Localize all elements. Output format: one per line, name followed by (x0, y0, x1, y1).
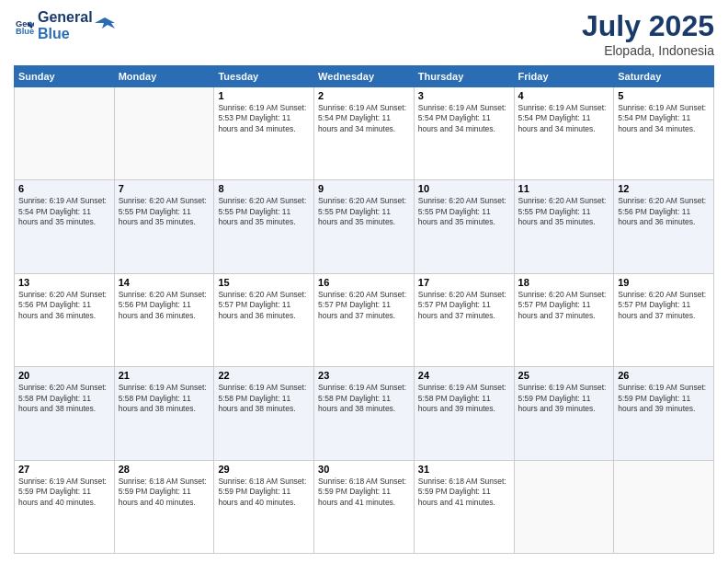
calendar-day-cell: 19Sunrise: 6:20 AM Sunset: 5:57 PM Dayli… (614, 273, 714, 366)
day-number: 18 (518, 277, 610, 288)
calendar-week-row: 13Sunrise: 6:20 AM Sunset: 5:56 PM Dayli… (15, 273, 714, 366)
day-info: Sunrise: 6:20 AM Sunset: 5:57 PM Dayligh… (518, 290, 610, 321)
calendar-day-cell: 22Sunrise: 6:19 AM Sunset: 5:58 PM Dayli… (214, 367, 314, 460)
calendar-day-cell: 12Sunrise: 6:20 AM Sunset: 5:56 PM Dayli… (614, 180, 714, 273)
calendar-day-cell: 30Sunrise: 6:18 AM Sunset: 5:59 PM Dayli… (314, 460, 415, 553)
day-info: Sunrise: 6:20 AM Sunset: 5:57 PM Dayligh… (418, 290, 510, 321)
calendar-day-cell: 16Sunrise: 6:20 AM Sunset: 5:57 PM Dayli… (314, 273, 415, 366)
calendar-day-cell: 4Sunrise: 6:19 AM Sunset: 5:54 PM Daylig… (514, 87, 614, 180)
calendar-body: 1Sunrise: 6:19 AM Sunset: 5:53 PM Daylig… (15, 87, 714, 554)
calendar-day-cell (514, 460, 614, 553)
main-title: July 2025 (582, 9, 714, 43)
day-number: 26 (618, 370, 710, 381)
day-number: 27 (18, 464, 110, 475)
weekday-header-cell: Thursday (414, 66, 514, 87)
weekday-header-cell: Friday (514, 66, 614, 87)
calendar-day-cell: 5Sunrise: 6:19 AM Sunset: 5:54 PM Daylig… (614, 87, 714, 180)
weekday-header-cell: Monday (114, 66, 214, 87)
day-info: Sunrise: 6:20 AM Sunset: 5:55 PM Dayligh… (218, 196, 310, 227)
weekday-header-cell: Wednesday (314, 66, 415, 87)
calendar-week-row: 1Sunrise: 6:19 AM Sunset: 5:53 PM Daylig… (15, 87, 714, 180)
calendar-day-cell: 13Sunrise: 6:20 AM Sunset: 5:56 PM Dayli… (15, 273, 115, 366)
day-info: Sunrise: 6:19 AM Sunset: 5:58 PM Dayligh… (318, 383, 410, 414)
day-number: 5 (618, 90, 710, 101)
day-number: 25 (518, 370, 610, 381)
day-info: Sunrise: 6:19 AM Sunset: 5:59 PM Dayligh… (18, 477, 110, 508)
day-number: 21 (119, 370, 210, 381)
day-info: Sunrise: 6:19 AM Sunset: 5:54 PM Dayligh… (518, 103, 610, 134)
day-info: Sunrise: 6:18 AM Sunset: 5:59 PM Dayligh… (318, 477, 410, 508)
day-info: Sunrise: 6:20 AM Sunset: 5:56 PM Dayligh… (618, 196, 710, 227)
day-info: Sunrise: 6:20 AM Sunset: 5:56 PM Dayligh… (119, 290, 210, 321)
calendar-day-cell (15, 87, 115, 180)
day-number: 31 (418, 464, 510, 475)
day-info: Sunrise: 6:19 AM Sunset: 5:54 PM Dayligh… (318, 103, 410, 134)
calendar-day-cell: 17Sunrise: 6:20 AM Sunset: 5:57 PM Dayli… (414, 273, 514, 366)
day-info: Sunrise: 6:18 AM Sunset: 5:59 PM Dayligh… (418, 477, 510, 508)
day-info: Sunrise: 6:20 AM Sunset: 5:57 PM Dayligh… (218, 290, 310, 321)
day-info: Sunrise: 6:20 AM Sunset: 5:57 PM Dayligh… (618, 290, 710, 321)
calendar-day-cell: 8Sunrise: 6:20 AM Sunset: 5:55 PM Daylig… (214, 180, 314, 273)
calendar-week-row: 27Sunrise: 6:19 AM Sunset: 5:59 PM Dayli… (15, 460, 714, 553)
calendar-day-cell: 27Sunrise: 6:19 AM Sunset: 5:59 PM Dayli… (15, 460, 115, 553)
day-info: Sunrise: 6:20 AM Sunset: 5:56 PM Dayligh… (18, 290, 110, 321)
day-info: Sunrise: 6:19 AM Sunset: 5:53 PM Dayligh… (218, 103, 310, 134)
calendar-day-cell: 21Sunrise: 6:19 AM Sunset: 5:58 PM Dayli… (114, 367, 214, 460)
calendar-day-cell (614, 460, 714, 553)
calendar-day-cell: 31Sunrise: 6:18 AM Sunset: 5:59 PM Dayli… (414, 460, 514, 553)
calendar-day-cell: 9Sunrise: 6:20 AM Sunset: 5:55 PM Daylig… (314, 180, 415, 273)
logo-bird-icon (95, 14, 115, 34)
day-number: 3 (418, 90, 510, 101)
day-info: Sunrise: 6:19 AM Sunset: 5:54 PM Dayligh… (418, 103, 510, 134)
day-number: 16 (318, 277, 410, 288)
day-number: 14 (119, 277, 210, 288)
weekday-header-cell: Sunday (15, 66, 115, 87)
header: General Blue General Blue July 2025 Elop… (14, 9, 714, 58)
logo-blue: Blue (38, 26, 93, 42)
calendar-day-cell: 25Sunrise: 6:19 AM Sunset: 5:59 PM Dayli… (514, 367, 614, 460)
day-number: 29 (218, 464, 310, 475)
calendar-day-cell: 10Sunrise: 6:20 AM Sunset: 5:55 PM Dayli… (414, 180, 514, 273)
calendar-day-cell: 6Sunrise: 6:19 AM Sunset: 5:54 PM Daylig… (15, 180, 115, 273)
day-info: Sunrise: 6:20 AM Sunset: 5:55 PM Dayligh… (318, 196, 410, 227)
day-number: 23 (318, 370, 410, 381)
day-number: 4 (518, 90, 610, 101)
calendar-day-cell: 23Sunrise: 6:19 AM Sunset: 5:58 PM Dayli… (314, 367, 415, 460)
day-info: Sunrise: 6:19 AM Sunset: 5:58 PM Dayligh… (418, 383, 510, 414)
day-number: 6 (18, 183, 110, 194)
day-info: Sunrise: 6:19 AM Sunset: 5:58 PM Dayligh… (218, 383, 310, 414)
page: General Blue General Blue July 2025 Elop… (0, 0, 728, 563)
logo-general: General (38, 9, 93, 26)
calendar-table: SundayMondayTuesdayWednesdayThursdayFrid… (14, 65, 714, 554)
day-number: 15 (218, 277, 310, 288)
title-block: July 2025 Elopada, Indonesia (582, 9, 714, 58)
day-number: 8 (218, 183, 310, 194)
day-info: Sunrise: 6:20 AM Sunset: 5:55 PM Dayligh… (518, 196, 610, 227)
day-number: 7 (119, 183, 210, 194)
calendar-day-cell: 28Sunrise: 6:18 AM Sunset: 5:59 PM Dayli… (114, 460, 214, 553)
day-info: Sunrise: 6:19 AM Sunset: 5:59 PM Dayligh… (518, 383, 610, 414)
calendar-day-cell: 24Sunrise: 6:19 AM Sunset: 5:58 PM Dayli… (414, 367, 514, 460)
weekday-header-cell: Saturday (614, 66, 714, 87)
day-info: Sunrise: 6:19 AM Sunset: 5:54 PM Dayligh… (618, 103, 710, 134)
day-number: 13 (18, 277, 110, 288)
calendar-day-cell: 2Sunrise: 6:19 AM Sunset: 5:54 PM Daylig… (314, 87, 415, 180)
day-info: Sunrise: 6:18 AM Sunset: 5:59 PM Dayligh… (119, 477, 210, 508)
calendar-day-cell: 26Sunrise: 6:19 AM Sunset: 5:59 PM Dayli… (614, 367, 714, 460)
day-number: 20 (18, 370, 110, 381)
calendar-day-cell: 7Sunrise: 6:20 AM Sunset: 5:55 PM Daylig… (114, 180, 214, 273)
day-info: Sunrise: 6:20 AM Sunset: 5:58 PM Dayligh… (18, 383, 110, 414)
weekday-header-row: SundayMondayTuesdayWednesdayThursdayFrid… (15, 66, 714, 87)
calendar-day-cell: 15Sunrise: 6:20 AM Sunset: 5:57 PM Dayli… (214, 273, 314, 366)
day-number: 19 (618, 277, 710, 288)
subtitle: Elopada, Indonesia (582, 43, 714, 58)
day-info: Sunrise: 6:20 AM Sunset: 5:55 PM Dayligh… (418, 196, 510, 227)
day-number: 2 (318, 90, 410, 101)
svg-marker-4 (95, 17, 115, 29)
calendar-day-cell (114, 87, 214, 180)
logo: General Blue General Blue (14, 9, 115, 41)
day-info: Sunrise: 6:20 AM Sunset: 5:55 PM Dayligh… (119, 196, 210, 227)
day-info: Sunrise: 6:19 AM Sunset: 5:54 PM Dayligh… (18, 196, 110, 227)
day-info: Sunrise: 6:19 AM Sunset: 5:58 PM Dayligh… (119, 383, 210, 414)
day-number: 17 (418, 277, 510, 288)
